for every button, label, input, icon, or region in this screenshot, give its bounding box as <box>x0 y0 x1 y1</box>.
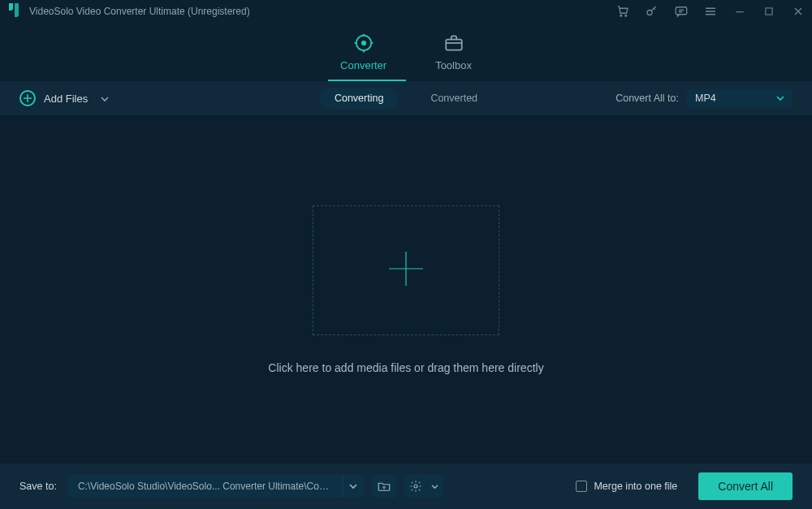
format-select-value: MP4 <box>695 93 716 104</box>
svg-point-6 <box>361 41 365 45</box>
svg-point-8 <box>414 485 417 488</box>
plus-icon <box>386 248 426 291</box>
checkbox-box <box>576 481 587 492</box>
minimize-icon[interactable] <box>732 4 747 19</box>
segment-converting[interactable]: Converting <box>320 88 398 109</box>
titlebar-actions <box>615 4 806 19</box>
bottombar: Save to: C:\VideoSolo Studio\VideoSolo..… <box>0 464 812 509</box>
cart-icon[interactable] <box>615 4 630 19</box>
svg-rect-3 <box>676 7 687 15</box>
merge-label: Merge into one file <box>594 481 677 492</box>
converter-icon <box>353 33 374 53</box>
save-path-caret[interactable] <box>343 475 364 498</box>
convert-all-button-label: Convert All <box>718 480 773 493</box>
settings-button[interactable] <box>404 475 443 498</box>
toolbar: Add Files Converting Converted Convert A… <box>0 81 812 115</box>
format-select[interactable]: MP4 <box>687 89 793 107</box>
svg-point-2 <box>647 11 652 15</box>
tab-toolbox-label: Toolbox <box>435 59 472 71</box>
convert-all-button[interactable]: Convert All <box>698 472 793 500</box>
feedback-icon[interactable] <box>674 4 689 19</box>
main-area: Click here to add media files or drag th… <box>0 115 812 464</box>
save-path-value: C:\VideoSolo Studio\VideoSolo... Convert… <box>68 481 343 492</box>
plus-circle-icon <box>19 90 36 106</box>
folder-icon <box>377 479 391 494</box>
main-nav: Converter Toolbox <box>0 23 812 81</box>
segment-converting-label: Converting <box>335 93 383 104</box>
merge-checkbox[interactable]: Merge into one file <box>576 481 677 492</box>
save-path-select[interactable]: C:\VideoSolo Studio\VideoSolo... Convert… <box>68 475 364 498</box>
add-files-button[interactable]: Add Files <box>19 90 109 106</box>
chevron-down-icon[interactable] <box>101 93 109 105</box>
close-icon[interactable] <box>791 4 806 19</box>
dropzone[interactable] <box>313 205 499 335</box>
add-files-label: Add Files <box>44 93 88 105</box>
svg-point-1 <box>625 15 627 16</box>
segment-converted-label: Converted <box>430 93 477 104</box>
app-title: VideoSolo Video Converter Ultimate (Unre… <box>29 6 250 17</box>
tab-toolbox[interactable]: Toolbox <box>435 33 472 75</box>
save-to-label: Save to: <box>19 481 57 492</box>
key-icon[interactable] <box>645 4 659 19</box>
menu-icon[interactable] <box>703 4 718 19</box>
convert-all-to: Convert All to: MP4 <box>615 89 793 107</box>
gear-icon <box>409 480 422 493</box>
toolbox-icon <box>443 33 464 53</box>
app-logo <box>5 2 23 20</box>
titlebar: VideoSolo Video Converter Ultimate (Unre… <box>0 0 812 23</box>
tab-converter-label: Converter <box>340 59 387 71</box>
dropzone-hint: Click here to add media files or drag th… <box>268 361 543 374</box>
tab-converter[interactable]: Converter <box>340 33 387 75</box>
svg-rect-7 <box>446 40 462 50</box>
chevron-down-icon <box>431 484 438 490</box>
browse-folder-button[interactable] <box>372 475 396 498</box>
chevron-down-icon <box>776 95 784 101</box>
svg-point-0 <box>620 15 622 16</box>
segment-converted[interactable]: Converted <box>416 88 492 109</box>
segment-tabs: Converting Converted <box>320 88 492 109</box>
convert-all-to-label: Convert All to: <box>615 93 679 104</box>
maximize-icon[interactable] <box>762 4 776 19</box>
svg-rect-4 <box>766 8 772 15</box>
